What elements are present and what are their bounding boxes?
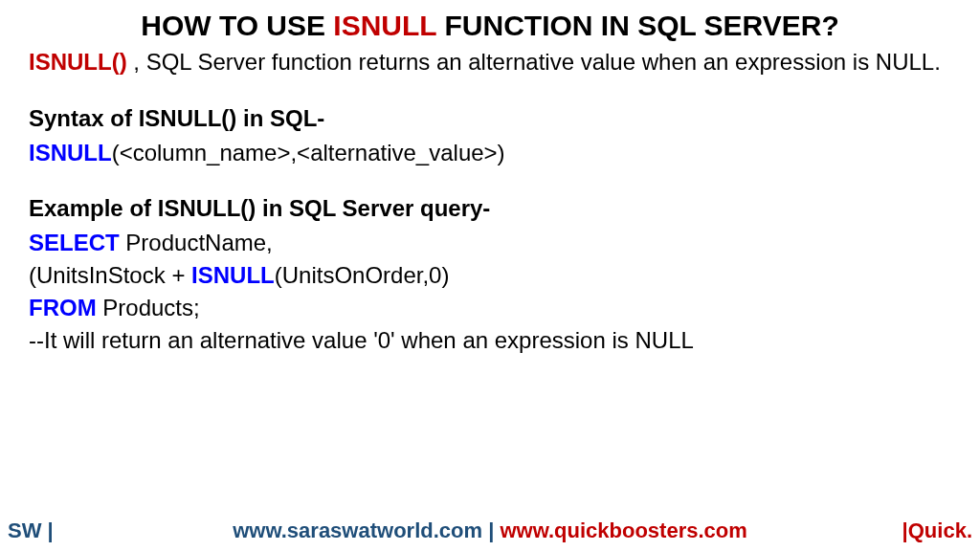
example-line-1: SELECT ProductName, (29, 230, 951, 256)
example-heading: Example of ISNULL() in SQL Server query- (29, 195, 951, 222)
syntax-line: ISNULL(<column_name>,<alternative_value>… (29, 140, 951, 166)
footer-right: |Quick. (902, 518, 972, 543)
line2-before: (UnitsInStock + (29, 262, 191, 288)
title-after: FUNCTION IN SQL SERVER? (436, 10, 839, 41)
syntax-args: (<column_name>,<alternative_value>) (112, 140, 505, 165)
select-rest: ProductName, (120, 230, 273, 255)
description: ISNULL() , SQL Server function returns a… (29, 48, 951, 77)
desc-rest: , SQL Server function returns an alterna… (127, 49, 941, 75)
syntax-keyword: ISNULL (29, 140, 112, 165)
from-rest: Products; (97, 295, 200, 320)
footer-left: SW | (8, 518, 54, 543)
select-keyword: SELECT (29, 230, 120, 255)
footer-url-2: www.quickboosters.com (494, 518, 746, 542)
footer-center: www.saraswatworld.com | www.quickbooster… (233, 518, 747, 543)
from-keyword: FROM (29, 295, 97, 320)
example-line-4: --It will return an alternative value '0… (29, 327, 951, 354)
page-title: HOW TO USE ISNULL FUNCTION IN SQL SERVER… (29, 10, 951, 42)
title-before: HOW TO USE (141, 10, 333, 41)
example-line-3: FROM Products; (29, 295, 951, 321)
syntax-heading: Syntax of ISNULL() in SQL- (29, 105, 951, 132)
isnull-keyword: ISNULL (191, 262, 275, 288)
desc-keyword: ISNULL() (29, 49, 127, 75)
footer-url-1: www.saraswatworld.com | (233, 518, 494, 542)
footer: SW | www.saraswatworld.com | www.quickbo… (0, 518, 980, 543)
example-line-2: (UnitsInStock + ISNULL(UnitsOnOrder,0) (29, 262, 951, 289)
title-highlight: ISNULL (333, 10, 436, 41)
line2-after: (UnitsOnOrder,0) (275, 262, 450, 288)
